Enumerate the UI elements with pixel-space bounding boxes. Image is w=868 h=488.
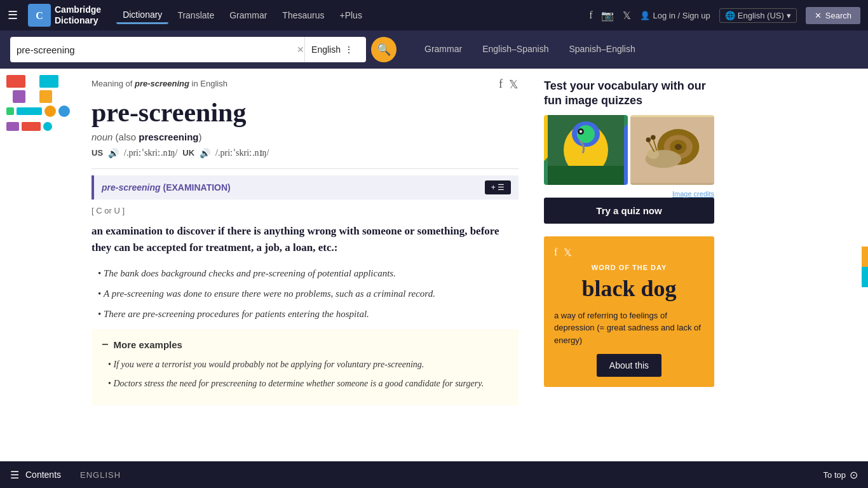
search-go-button[interactable]: 🔍 bbox=[371, 37, 397, 62]
logo-text: Cambridge Dictionary bbox=[55, 4, 101, 26]
expand-icon: + ☰ bbox=[491, 183, 505, 192]
deco-block-teal2 bbox=[17, 107, 42, 115]
left-decoration bbox=[0, 69, 76, 450]
uk-audio-icon[interactable]: 🔊 bbox=[200, 148, 210, 158]
wotd-definition: a way of referring to feelings of depres… bbox=[554, 309, 704, 347]
svg-point-19 bbox=[651, 135, 656, 140]
language-selector[interactable]: 🌐 English (US) ▾ bbox=[719, 8, 797, 23]
countability: [ C or U ] bbox=[92, 206, 519, 215]
image-credits[interactable]: Image credits bbox=[544, 190, 714, 198]
nav-social: f 📷 𝕏 👤 Log in / Sign up 🌐 English (US) … bbox=[589, 7, 860, 24]
expand-button[interactable]: + ☰ bbox=[485, 180, 511, 194]
more-examples-toggle[interactable]: − More examples bbox=[102, 338, 508, 351]
clear-icon[interactable]: ✕ bbox=[297, 44, 304, 55]
more-examples-section: − More examples If you were a terrorist … bbox=[92, 329, 519, 405]
deco-row bbox=[6, 105, 70, 117]
content-area: f 𝕏 Meaning of pre-screening in English … bbox=[76, 69, 534, 450]
sense-header: pre-screening (EXAMINATION) + ☰ bbox=[92, 175, 519, 200]
search-button-top[interactable]: ✕ Search bbox=[806, 7, 860, 24]
sub-nav-english-spanish[interactable]: English–Spanish bbox=[472, 39, 559, 61]
svg-text:C: C bbox=[36, 10, 43, 21]
logo[interactable]: C Cambridge Dictionary bbox=[28, 4, 101, 27]
more-example-1: If you were a terrorist you would probab… bbox=[102, 358, 508, 372]
close-icon: ✕ bbox=[815, 11, 822, 20]
facebook-share-icon[interactable]: f bbox=[499, 79, 503, 92]
svg-point-13 bbox=[675, 144, 682, 149]
deco-block-orange bbox=[39, 90, 52, 103]
facebook-icon[interactable]: f bbox=[589, 10, 592, 21]
instagram-icon[interactable]: 📷 bbox=[601, 10, 614, 22]
chevron-down-icon: ▾ bbox=[787, 11, 791, 20]
quiz-title: Test your vocabulary with our fun image … bbox=[544, 79, 714, 109]
us-audio-icon[interactable]: 🔊 bbox=[108, 148, 119, 158]
twitter-share-icon[interactable]: 𝕏 bbox=[509, 79, 519, 92]
parrot-visual bbox=[544, 115, 628, 185]
color-blocks bbox=[6, 75, 70, 131]
deco-circle-blue bbox=[58, 105, 70, 117]
minus-icon: − bbox=[102, 338, 109, 351]
divider bbox=[92, 168, 519, 169]
nav-links: Dictionary Translate Grammar Thesaurus +… bbox=[116, 7, 369, 24]
quiz-image-snail bbox=[630, 115, 714, 185]
deco-circle-teal bbox=[43, 122, 52, 131]
wotd-social: f 𝕏 bbox=[554, 247, 704, 259]
nav-grammar[interactable]: Grammar bbox=[223, 8, 273, 23]
deco-block-red bbox=[6, 75, 25, 88]
share-icons: f 𝕏 bbox=[499, 79, 519, 92]
accent-bar bbox=[862, 247, 868, 287]
example-3: There are pre-screening procedures for p… bbox=[92, 306, 519, 322]
main-layout: f 𝕏 Meaning of pre-screening in English … bbox=[0, 69, 868, 450]
nav-translate[interactable]: Translate bbox=[171, 8, 220, 23]
dots-icon: ⋮ bbox=[344, 44, 353, 55]
quiz-images bbox=[544, 115, 714, 185]
accent-teal bbox=[862, 267, 868, 287]
about-button[interactable]: About this bbox=[597, 354, 661, 377]
deco-block-teal bbox=[39, 75, 58, 88]
examples: The bank does background checks and pre-… bbox=[92, 266, 519, 322]
search-input-wrap: ✕ English ⋮ bbox=[10, 37, 366, 62]
sense-word-link[interactable]: pre-screening bbox=[102, 182, 161, 193]
example-1: The bank does background checks and pre-… bbox=[92, 266, 519, 281]
wotd-facebook-icon[interactable]: f bbox=[554, 247, 557, 259]
more-examples-label: More examples bbox=[114, 339, 182, 350]
sub-nav: Grammar English–Spanish Spanish–English bbox=[414, 39, 646, 61]
deco-block-purple2 bbox=[6, 122, 19, 131]
sub-nav-spanish-english[interactable]: Spanish–English bbox=[559, 39, 645, 61]
globe-icon: 🌐 bbox=[725, 11, 735, 20]
word-of-the-day-box: f 𝕏 WORD OF THE DAY black dog a way of r… bbox=[544, 236, 714, 388]
example-2: A pre-screening was done to ensure there… bbox=[92, 286, 519, 301]
right-sidebar: Test your vocabulary with our fun image … bbox=[534, 69, 724, 450]
login-button[interactable]: 👤 Log in / Sign up bbox=[640, 11, 710, 20]
sub-nav-grammar[interactable]: Grammar bbox=[414, 39, 472, 61]
deco-block-red2 bbox=[22, 122, 41, 131]
deco-block-purple bbox=[13, 90, 25, 103]
nav-plus[interactable]: +Plus bbox=[334, 8, 369, 23]
twitter-icon[interactable]: 𝕏 bbox=[623, 10, 631, 22]
quiz-box: Test your vocabulary with our fun image … bbox=[544, 79, 714, 224]
svg-point-7 bbox=[580, 130, 582, 133]
sense-label: pre-screening (EXAMINATION) bbox=[102, 182, 231, 193]
breadcrumb: Meaning of pre-screening in English bbox=[92, 79, 519, 88]
entry-grammar: noun (also prescreening) bbox=[92, 132, 519, 142]
search-input[interactable] bbox=[17, 44, 294, 55]
nav-thesaurus[interactable]: Thesaurus bbox=[276, 8, 330, 23]
try-quiz-button[interactable]: Try a quiz now bbox=[544, 198, 714, 224]
wotd-word: black dog bbox=[554, 275, 704, 302]
quiz-image-parrot bbox=[544, 115, 628, 185]
entry-word: pre-screening bbox=[92, 97, 519, 128]
language-dropdown[interactable]: English ⋮ bbox=[304, 37, 360, 62]
deco-block-green bbox=[6, 107, 14, 115]
person-icon: 👤 bbox=[640, 11, 650, 20]
nav-dictionary[interactable]: Dictionary bbox=[116, 7, 168, 24]
deco-circle-yellow bbox=[44, 105, 56, 117]
snail-visual bbox=[630, 115, 714, 185]
logo-box: C bbox=[28, 4, 51, 27]
wotd-twitter-icon[interactable]: 𝕏 bbox=[564, 247, 572, 259]
more-example-2: Doctors stress the need for prescreening… bbox=[102, 377, 508, 391]
accent-orange bbox=[862, 247, 868, 267]
hamburger-icon[interactable]: ☰ bbox=[8, 8, 18, 22]
svg-point-18 bbox=[646, 137, 651, 142]
search-bar: ✕ English ⋮ 🔍 Grammar English–Spanish Sp… bbox=[0, 30, 868, 69]
svg-rect-8 bbox=[548, 166, 624, 185]
search-icon: 🔍 bbox=[377, 43, 391, 57]
